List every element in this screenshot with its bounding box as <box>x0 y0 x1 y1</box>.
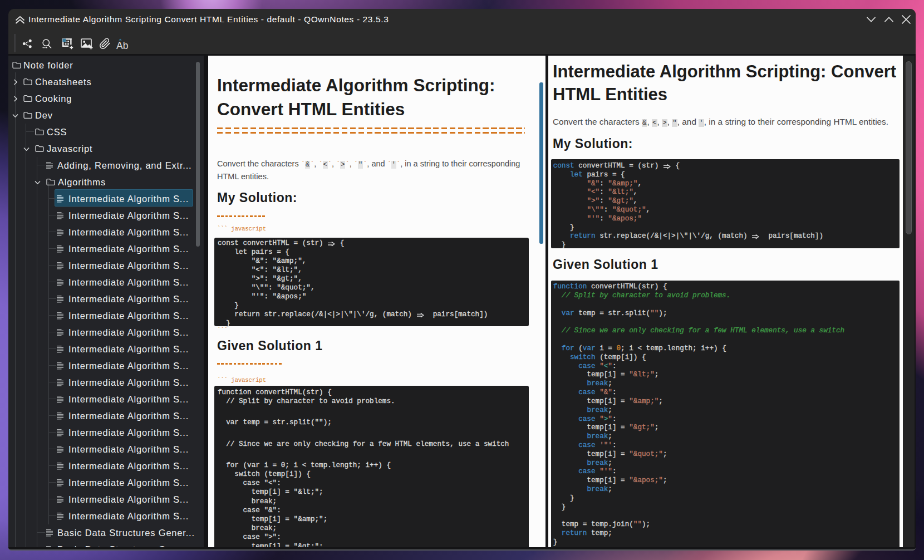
svg-text:Ab: Ab <box>116 40 128 51</box>
